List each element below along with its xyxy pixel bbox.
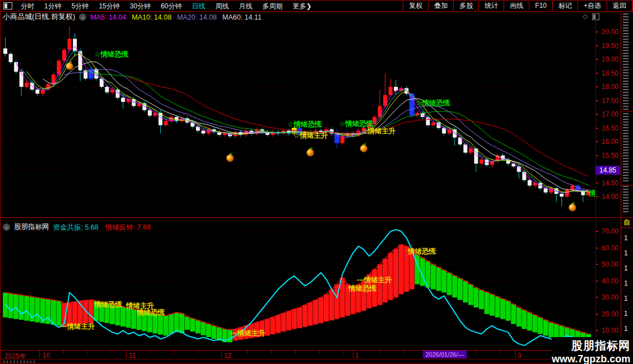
tool-button-统计[interactable]: 统计 <box>478 1 504 11</box>
price-axis-label: 15.50 <box>597 152 618 160</box>
strip-divider <box>621 185 633 185</box>
signal-annotation: ☆情绪恐慌 <box>339 120 374 128</box>
period-tab-周线[interactable]: 周线 <box>210 2 234 10</box>
axis-tick <box>295 351 296 353</box>
month-label[interactable]: 10 <box>43 352 50 360</box>
signal-annotation: ☆情绪恐慌 <box>94 50 129 58</box>
chevron-down-icon[interactable]: ⌄ <box>3 223 10 231</box>
ma-value-label: MA60: 14.11 <box>222 13 262 21</box>
signal-annotation: ☆情绪主升 <box>361 127 396 135</box>
indicator-axis-label: 30.00 <box>597 293 618 301</box>
price-axis-label: 18.00 <box>597 83 618 91</box>
indicator-axis-label: 40.00 <box>597 277 618 285</box>
tools-toolbar: 复权叠加多股统计画线F10标记+自选返回 <box>403 0 632 11</box>
period-tab-分时[interactable]: 分时 <box>16 2 39 10</box>
strip-partial-digit: 1 <box>624 279 628 287</box>
window-layout-icon[interactable] <box>3 2 12 10</box>
tool-button-叠加[interactable]: 叠加 <box>428 1 453 11</box>
indicator-axis-label: 70.00 <box>597 227 618 235</box>
orange-ball-marker <box>226 152 234 162</box>
tool-button-返回[interactable]: 返回 <box>607 1 632 11</box>
axis-tick <box>198 351 199 353</box>
orange-ball-marker <box>569 202 576 211</box>
tool-button-F10[interactable]: F10 <box>529 2 552 10</box>
month-label[interactable]: 11 <box>129 352 136 360</box>
month-separator <box>126 351 127 358</box>
month-separator <box>39 351 40 358</box>
strip-partial-digit: 1 <box>624 325 628 333</box>
diamond-icon[interactable]: ◇ <box>583 12 588 20</box>
period-tab-日线[interactable]: 日线 <box>187 2 210 10</box>
strip-partial-digit: 1 <box>624 249 628 257</box>
tool-button-复权[interactable]: 复权 <box>403 1 428 11</box>
orange-ball-marker <box>360 143 367 152</box>
axis-tick <box>379 351 380 353</box>
period-tab-1分钟[interactable]: 1分钟 <box>39 2 67 10</box>
clipped-text-fragment <box>3 361 36 363</box>
crosshair-date-badge: 2026/01/26/— <box>423 351 467 358</box>
axis-tick <box>271 351 272 353</box>
indicator-axis-label: 60.00 <box>597 244 618 252</box>
ma-value-label: MA10: 14.08 <box>132 13 171 21</box>
signal-annotation: ☆情绪恐慌 <box>287 120 322 128</box>
axis-tick <box>150 351 151 353</box>
axis-tick <box>63 351 64 353</box>
month-label[interactable]: 1 <box>355 352 359 360</box>
month-separator <box>221 351 222 358</box>
signal-annotation: ☆情绪 <box>583 189 595 197</box>
chart-title-bar: 小商品城(日线.前复权) ⌄ MA5: 14.04MA10: 14.08MA20… <box>3 12 267 21</box>
strip-partial-digit: 1 <box>624 310 628 318</box>
period-tab-60分钟[interactable]: 60分钟 <box>156 2 187 10</box>
strip-partial-digit: 1 <box>624 264 628 272</box>
indicator-header: ⌄ 股朋指标网 资金共振: 5.68情绪反转: 7.69 <box>3 223 157 231</box>
price-axis-label: 19.50 <box>597 42 618 50</box>
period-tab-月线[interactable]: 月线 <box>234 2 257 10</box>
tool-button-标记[interactable]: 标记 <box>552 1 578 11</box>
indicator-metric: 资金共振: 5.68 <box>53 223 99 231</box>
signal-annotation: 情绪恐慌 <box>407 248 436 255</box>
period-tab-30分钟[interactable]: 30分钟 <box>125 2 156 10</box>
tool-button-多股[interactable]: 多股 <box>453 1 478 11</box>
signal-annotation: ---情绪主升 <box>357 276 392 284</box>
indicator-source-label: 股朋指标网 <box>14 222 49 232</box>
indicator-axis-label: 50.00 <box>597 260 618 268</box>
signal-annotation: 情绪恐慌 <box>136 309 165 316</box>
signal-annotation: ---情绪主升 <box>60 323 95 330</box>
signal-annotation: 情绪恐慌 <box>94 301 123 309</box>
top-toolbar: 分时1分钟5分钟15分钟30分钟60分钟日线周线月线多周期更多❯ 复权叠加多股统… <box>0 0 633 11</box>
ma-value-label: MA5: 14.04 <box>90 13 126 21</box>
clipped-text-fragment <box>623 13 629 110</box>
period-tab-15分钟[interactable]: 15分钟 <box>94 2 124 10</box>
strip-border <box>621 12 621 364</box>
axis-tick <box>541 351 541 353</box>
price-axis-label: 14.50 <box>597 179 618 187</box>
axis-tick <box>111 351 112 353</box>
xaxis-top-border <box>0 350 620 351</box>
month-separator <box>515 351 516 358</box>
axis-tick <box>343 351 344 353</box>
axis-tick <box>500 351 500 353</box>
period-tab-更多❯[interactable]: 更多❯ <box>287 2 316 10</box>
tool-button-画线[interactable]: 画线 <box>504 1 529 11</box>
panel-layout-icon[interactable] <box>592 13 599 20</box>
main-candlestick-chart[interactable]: ☆情绪恐慌☆情绪恐慌☆情绪主升☆情绪恐慌☆情绪主升☆情绪恐慌☆情绪 <box>0 21 595 217</box>
price-axis-label: 16.00 <box>597 138 618 146</box>
tool-button-+自选[interactable]: +自选 <box>578 1 607 11</box>
chevron-down-icon[interactable]: ⌄ <box>79 13 86 21</box>
month-label[interactable]: 12 <box>224 352 231 360</box>
month-separator <box>353 351 353 358</box>
indicator-axis-label: 20.00 <box>597 310 618 318</box>
price-axis-label: 18.50 <box>597 69 618 77</box>
orange-ball-marker <box>306 147 314 156</box>
xaxis-bottom-border <box>0 359 620 360</box>
price-axis-label: 16.50 <box>597 124 618 132</box>
price-axis-label: 17.50 <box>597 97 618 105</box>
ma-value-label: MA20: 14.08 <box>177 13 217 21</box>
indicator-chart[interactable]: ---情绪主升情绪恐慌情绪主升情绪恐慌---情绪主升---情绪主升情绪恐慌情绪恐… <box>0 217 595 350</box>
price-axis-label: 20.00 <box>597 28 618 36</box>
month-label[interactable]: 3 <box>518 352 522 360</box>
period-tab-5分钟[interactable]: 5分钟 <box>67 2 94 10</box>
strip-partial-digit: 1 <box>624 295 628 302</box>
strip-divider <box>621 111 633 111</box>
period-tab-多周期[interactable]: 多周期 <box>257 2 287 10</box>
